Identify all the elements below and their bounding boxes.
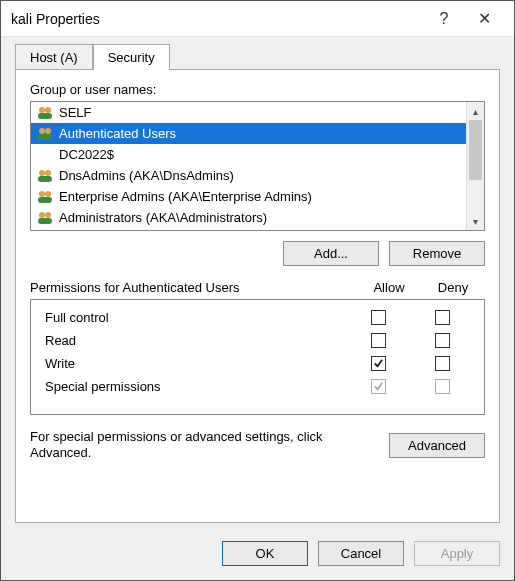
- list-item-label: DnsAdmins (AKA\DnsAdmins): [59, 168, 234, 183]
- dialog-buttons: OK Cancel Apply: [1, 531, 514, 580]
- permission-row: Full control: [41, 306, 474, 329]
- blank-icon: [37, 147, 53, 163]
- scroll-track[interactable]: [467, 120, 484, 212]
- list-item-label: SELF: [59, 105, 92, 120]
- svg-point-0: [39, 107, 45, 113]
- allow-checkbox[interactable]: [371, 356, 386, 371]
- svg-rect-2: [38, 113, 52, 119]
- deny-checkbox[interactable]: [435, 333, 450, 348]
- deny-header: Deny: [421, 280, 485, 295]
- deny-checkbox[interactable]: [435, 310, 450, 325]
- svg-point-4: [45, 128, 51, 134]
- deny-checkbox: [435, 379, 450, 394]
- properties-dialog: kali Properties ? ✕ Host (A) Security Gr…: [0, 0, 515, 581]
- list-item[interactable]: Enterprise Admins (AKA\Enterprise Admins…: [31, 186, 466, 207]
- advanced-button[interactable]: Advanced: [389, 433, 485, 458]
- window-title: kali Properties: [11, 11, 424, 27]
- list-item-label: Administrators (AKA\Administrators): [59, 210, 267, 225]
- tab-label: Host (A): [30, 50, 78, 65]
- svg-point-1: [45, 107, 51, 113]
- allow-checkbox[interactable]: [371, 310, 386, 325]
- svg-point-9: [39, 191, 45, 197]
- group-icon: [37, 189, 53, 205]
- permission-row: Read: [41, 329, 474, 352]
- svg-point-12: [39, 212, 45, 218]
- list-item-label: DC2022$: [59, 147, 114, 162]
- close-button[interactable]: ✕: [464, 1, 504, 37]
- scroll-down-icon[interactable]: ▾: [467, 212, 484, 230]
- group-icon: [37, 105, 53, 121]
- group-names-label: Group or user names:: [30, 82, 485, 97]
- titlebar: kali Properties ? ✕: [1, 1, 514, 37]
- principals-listbox[interactable]: SELF Authenticated Users DC2022$ Dn: [30, 101, 485, 231]
- permission-row: Write: [41, 352, 474, 375]
- principals-list: SELF Authenticated Users DC2022$ Dn: [31, 102, 466, 230]
- list-item[interactable]: DC2022$: [31, 144, 466, 165]
- svg-point-6: [39, 170, 45, 176]
- svg-point-7: [45, 170, 51, 176]
- help-button[interactable]: ?: [424, 1, 464, 37]
- tab-security[interactable]: Security: [93, 44, 170, 70]
- allow-checkbox: [371, 379, 386, 394]
- deny-checkbox[interactable]: [435, 356, 450, 371]
- svg-rect-5: [38, 134, 52, 140]
- add-button[interactable]: Add...: [283, 241, 379, 266]
- permissions-header: Permissions for Authenticated Users Allo…: [30, 280, 485, 295]
- list-item-label: Enterprise Admins (AKA\Enterprise Admins…: [59, 189, 312, 204]
- cancel-button[interactable]: Cancel: [318, 541, 404, 566]
- permission-name: Write: [41, 356, 346, 371]
- list-item[interactable]: Administrators (AKA\Administrators): [31, 207, 466, 228]
- tab-label: Security: [108, 50, 155, 65]
- list-item[interactable]: DnsAdmins (AKA\DnsAdmins): [31, 165, 466, 186]
- remove-button[interactable]: Remove: [389, 241, 485, 266]
- permission-name: Special permissions: [41, 379, 346, 394]
- group-icon: [37, 168, 53, 184]
- permission-name: Read: [41, 333, 346, 348]
- svg-point-10: [45, 191, 51, 197]
- allow-checkbox[interactable]: [371, 333, 386, 348]
- list-item[interactable]: Authenticated Users: [31, 123, 466, 144]
- permission-row: Special permissions: [41, 375, 474, 398]
- svg-point-13: [45, 212, 51, 218]
- svg-point-3: [39, 128, 45, 134]
- advanced-hint: For special permissions or advanced sett…: [30, 429, 375, 462]
- security-panel: Group or user names: SELF Authenticated …: [15, 69, 500, 523]
- permissions-box: Full control Read Write Special permissi…: [30, 299, 485, 415]
- tab-host-a[interactable]: Host (A): [15, 44, 93, 71]
- svg-rect-14: [38, 218, 52, 224]
- apply-button: Apply: [414, 541, 500, 566]
- permission-name: Full control: [41, 310, 346, 325]
- group-icon: [37, 126, 53, 142]
- tabstrip: Host (A) Security: [1, 37, 514, 70]
- svg-rect-8: [38, 176, 52, 182]
- scrollbar[interactable]: ▴ ▾: [466, 102, 484, 230]
- allow-header: Allow: [357, 280, 421, 295]
- ok-button[interactable]: OK: [222, 541, 308, 566]
- permissions-title: Permissions for Authenticated Users: [30, 280, 357, 295]
- scroll-up-icon[interactable]: ▴: [467, 102, 484, 120]
- group-icon: [37, 210, 53, 226]
- list-item-label: Authenticated Users: [59, 126, 176, 141]
- list-item[interactable]: SELF: [31, 102, 466, 123]
- svg-rect-11: [38, 197, 52, 203]
- scroll-thumb[interactable]: [469, 120, 482, 180]
